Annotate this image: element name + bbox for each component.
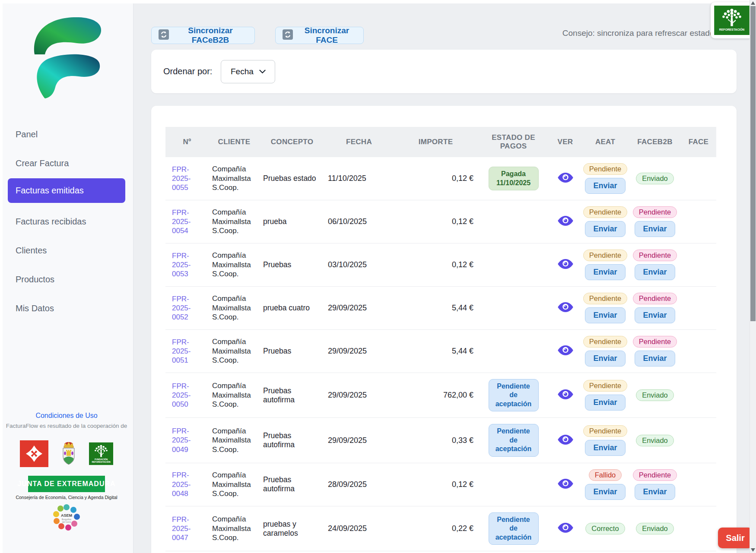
client-name: Compañía Maximallsta S.Coop. <box>212 427 256 455</box>
concept-text: prueba <box>263 217 287 226</box>
sidebar-item-panel[interactable]: Panel <box>0 126 133 155</box>
payment-status-badge: Pagada11/10/2025 <box>489 167 539 190</box>
header-importe: IMPORTE <box>394 127 478 157</box>
view-eye-icon[interactable] <box>558 302 573 314</box>
terms-link[interactable]: Condiciones de Uso <box>0 412 133 420</box>
header-ver: VER <box>549 127 581 157</box>
red-partner-logo <box>20 440 48 467</box>
aeat-status-badge: Pendiente <box>583 250 627 261</box>
faceb2b-status-badge: Enviado <box>636 523 674 534</box>
amount: 5,44 € <box>452 303 473 312</box>
sidebar-item-facturas-recibidas[interactable]: Facturas recibidas <box>0 213 133 242</box>
partner-logos: FUNDACIÓN REFORESTACIÓN <box>0 440 133 467</box>
aeat-send-button[interactable]: Enviar <box>585 221 625 237</box>
faceb2b-send-button[interactable]: Enviar <box>635 264 675 280</box>
faceb2b-cell: Pendiente Enviar <box>629 330 681 373</box>
client-name: Compañía Maximallsta S.Coop. <box>212 164 256 193</box>
reforestacion-logo: FUNDACIÓN REFORESTACIÓN <box>89 440 113 467</box>
scrollbar-down-arrow[interactable] <box>751 548 755 552</box>
invoice-number-link[interactable]: FPR-2025-0047 <box>172 515 205 543</box>
aeat-status-badge: Pendiente <box>583 163 627 175</box>
payment-status-badge: Pendientedeaceptación <box>489 379 539 411</box>
sidebar-item-clientes[interactable]: Clientes <box>0 242 133 271</box>
header-cliente: CLIENTE <box>209 127 260 157</box>
sync-icon <box>159 29 169 42</box>
view-eye-icon[interactable] <box>558 479 573 490</box>
table-row: FPR-2025-0050 Compañía Maximallsta S.Coo… <box>165 373 716 418</box>
scrollbar-up-arrow[interactable] <box>751 1 755 5</box>
faceb2b-status-badge: Pendiente <box>633 336 677 348</box>
cooperation-text: FacturaFlow es resultado de la cooperaci… <box>0 423 133 429</box>
invoice-number-link[interactable]: FPR-2025-0050 <box>172 382 205 409</box>
aeat-cell: Fallido Enviar <box>581 463 629 506</box>
reforestation-widget[interactable]: REFORESTACIÓN <box>711 2 753 38</box>
faceb2b-cell: Enviado <box>629 373 681 418</box>
header-estado-pagos: ESTADO DE PAGOS <box>478 127 549 157</box>
invoice-number-link[interactable]: FPR-2025-0054 <box>172 208 205 236</box>
amount: 762,00 € <box>443 391 473 399</box>
scrollbar-thumb[interactable] <box>750 6 756 321</box>
sync-face-button[interactable]: Sincronizar FACE <box>275 27 364 44</box>
faceb2b-status-badge: Enviado <box>636 389 674 401</box>
client-name: Compañía Maximallsta S.Coop. <box>212 381 256 409</box>
invoice-date: 29/09/2025 <box>328 303 367 312</box>
aeat-send-button[interactable]: Enviar <box>585 484 625 500</box>
aeat-send-button[interactable]: Enviar <box>585 307 625 323</box>
faceb2b-status-badge: Enviado <box>636 435 674 446</box>
header-fecha: FECHA <box>324 127 394 157</box>
invoice-date: 29/09/2025 <box>328 436 367 445</box>
scrollbar[interactable] <box>750 0 756 553</box>
invoice-table-body: FPR-2025-0055 Compañía Maximallsta S.Coo… <box>165 157 716 553</box>
faceb2b-status-badge: Pendiente <box>633 206 677 218</box>
aeat-status-badge: Pendiente <box>583 293 627 304</box>
aeat-cell: Pendiente Enviar <box>581 287 629 330</box>
table-header-row: Nº CLIENTE CONCEPTO FECHA IMPORTE ESTADO… <box>165 127 716 157</box>
table-row: FPR-2025-0051 Compañía Maximallsta S.Coo… <box>165 330 716 373</box>
faceb2b-cell: Pendiente <box>629 551 681 553</box>
client-name: Compañía Maximallsta S.Coop. <box>212 294 256 322</box>
sync-faceb2b-button[interactable]: Sincronizar FACeB2B <box>151 27 255 44</box>
view-eye-icon[interactable] <box>558 523 573 534</box>
faceb2b-status-badge: Pendiente <box>633 469 677 481</box>
invoice-number-link[interactable]: FPR-2025-0052 <box>172 294 205 322</box>
sort-select[interactable]: Fecha <box>221 60 275 83</box>
faceb2b-send-button[interactable]: Enviar <box>635 221 675 237</box>
invoice-number-link[interactable]: FPR-2025-0049 <box>172 427 205 454</box>
faceb2b-send-button[interactable]: Enviar <box>635 307 675 323</box>
amount: 0,12 € <box>452 260 473 269</box>
sidebar-item-facturas-emitidas[interactable]: Facturas emitidas <box>8 178 125 203</box>
aeat-send-button[interactable]: Enviar <box>585 264 625 280</box>
sync-icon <box>283 29 293 42</box>
svg-text:FUNDACIÓN: FUNDACIÓN <box>95 458 108 461</box>
sidebar-item-mis-datos[interactable]: Mis Datos <box>0 300 133 329</box>
invoice-date: 03/10/2025 <box>328 260 367 269</box>
aeat-send-button[interactable]: Enviar <box>585 178 625 194</box>
view-eye-icon[interactable] <box>558 173 573 184</box>
faceb2b-send-button[interactable]: Enviar <box>635 484 675 500</box>
view-eye-icon[interactable] <box>558 345 573 357</box>
aeat-status-badge: Pendiente <box>583 336 627 348</box>
faceb2b-status-badge: Enviado <box>636 173 674 184</box>
invoice-number-link[interactable]: FPR-2025-0055 <box>172 165 205 193</box>
concept-text: Pruebas autofirma <box>263 475 295 493</box>
logout-button[interactable]: Salir <box>718 528 753 548</box>
sidebar: Panel Crear Factura Facturas emitidas Fa… <box>0 3 133 553</box>
view-eye-icon[interactable] <box>558 216 573 228</box>
invoice-date: 29/09/2025 <box>328 391 367 399</box>
sidebar-item-productos[interactable]: Productos <box>0 271 133 300</box>
header-face: FACE <box>681 127 716 157</box>
aeat-send-button[interactable]: Enviar <box>585 440 625 456</box>
aeat-cell: Pendiente Enviar <box>581 330 629 373</box>
invoices-table: Nº CLIENTE CONCEPTO FECHA IMPORTE ESTADO… <box>165 127 716 553</box>
invoice-number-link[interactable]: FPR-2025-0048 <box>172 471 205 498</box>
aeat-send-button[interactable]: Enviar <box>585 351 625 367</box>
invoice-number-link[interactable]: FPR-2025-0051 <box>172 338 205 365</box>
face-cell <box>681 157 716 200</box>
view-eye-icon[interactable] <box>558 389 573 401</box>
invoice-number-link[interactable]: FPR-2025-0053 <box>172 251 205 279</box>
sort-select-value: Fecha <box>231 67 254 76</box>
view-eye-icon[interactable] <box>558 259 573 271</box>
faceb2b-send-button[interactable]: Enviar <box>635 351 675 367</box>
view-eye-icon[interactable] <box>558 435 573 446</box>
aeat-send-button[interactable]: Enviar <box>585 395 625 411</box>
